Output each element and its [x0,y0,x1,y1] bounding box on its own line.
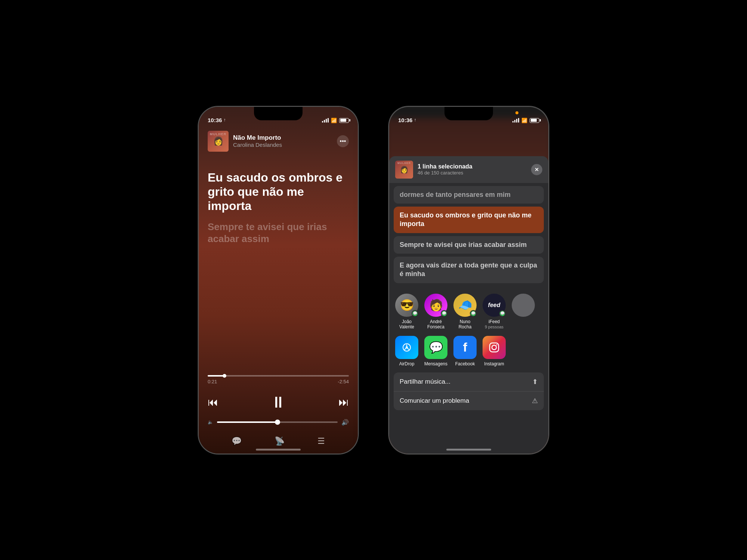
iphone-share-sheet: 10:36 ↑ 📶 MULHER 👩 [388,106,549,454]
action-report-problem[interactable]: Comunicar um problema ⚠ [394,392,544,410]
facebook-icon: f [453,336,477,359]
music-player-content: MULHER 👩 Não Me Importo Carolina Desland… [199,126,358,454]
progress-section: 0:21 -2:54 [208,375,349,384]
signal-bar-1 [322,121,323,123]
share-album-art: MULHER 👩 [395,161,413,179]
svg-point-3 [492,345,496,350]
lyric-text-next1: Sempre te avisei que irias acabar assim [400,241,527,248]
forward-button[interactable]: ⏭ [338,396,349,408]
signal-bars-2 [512,118,519,123]
share-chars-label: 46 de 150 caracteres [418,170,527,176]
progress-bar[interactable] [208,375,349,377]
lyric-active-text: Eu sacudo os ombros e grito que não me i… [208,170,349,213]
svg-point-1 [406,346,408,349]
status-bar-2: 10:36 ↑ 📶 [389,107,548,126]
contact-andre[interactable]: 🧑 💬 AndréFonseca [424,294,447,330]
share-close-button[interactable]: ✕ [531,164,542,175]
airdrop-icon [395,336,418,359]
pause-button[interactable]: ⏸ [270,393,286,411]
signal-bars-1 [322,118,329,123]
contact-joao[interactable]: 😎 💬 JoãoValente [395,294,418,330]
status-time-2: 10:36 ↑ [398,117,512,123]
battery-fill-2 [531,119,537,122]
contact-name-nuno: NunoRocha [459,319,472,330]
signal-bar-2-3 [516,119,517,123]
track-header: MULHER 👩 Não Me Importo Carolina Desland… [208,131,349,152]
contact-extra[interactable] [512,294,535,330]
progress-thumb [223,374,226,378]
lyric-item-active[interactable]: Eu sacudo os ombros e grito que não me i… [394,207,544,233]
airdrop-svg [401,341,413,353]
volume-bar[interactable] [217,421,338,423]
app-instagram[interactable]: Instagram [483,336,506,366]
share-sheet-content: MULHER 👩 1 linha selecionada 46 de 150 c… [389,126,548,454]
signal-bar-3 [326,119,327,123]
lyric-item-next2[interactable]: E agora vais dizer a toda gente que a cu… [394,257,544,283]
avatar-extra-img [512,294,535,317]
lyric-next-text: Sempre te avisei que irias acabar assim [208,221,349,245]
mensagens-icon: 💬 [424,336,447,359]
action-share-label: Partilhar música... [400,378,450,386]
lyrics-section: Eu sacudo os ombros e grito que não me i… [208,167,349,368]
airdrop-label: AirDrop [399,361,415,366]
contact-avatar-ifeed: feed 💬 [483,294,506,317]
home-indicator-1[interactable] [256,449,301,451]
progress-times: 0:21 -2:54 [208,379,349,384]
contact-ifeed[interactable]: feed 💬 iFeed9 pessoas [483,294,506,330]
bottom-toolbar: 💬 📡 ☰ [208,433,349,446]
action-share-music[interactable]: Partilhar música... ⬆ [394,372,544,392]
share-lyrics-list: dormes de tanto pensares em mim Eu sacud… [389,183,548,289]
volume-min-icon: 🔈 [208,420,213,425]
lyric-item-next1[interactable]: Sempre te avisei que irias acabar assim [394,236,544,254]
album-art-small: MULHER 👩 [208,131,229,152]
share-track-info: 1 linha selecionada 46 de 150 caracteres [418,163,527,176]
svg-point-4 [496,344,498,345]
time-current: 0:21 [208,379,217,384]
queue-button[interactable]: ☰ [317,436,325,446]
actions-section: Partilhar música... ⬆ Comunicar um probl… [394,372,544,410]
contact-badge-joao: 💬 [412,310,418,317]
status-time-1: 10:36 ↑ [208,117,322,123]
contact-nuno[interactable]: 🧢 💬 NunoRocha [453,294,477,330]
more-options-button[interactable]: ••• [337,135,349,147]
playback-controls: ⏮ ⏸ ⏭ [208,393,349,411]
svg-rect-2 [490,343,499,352]
track-title: Não Me Importo [233,134,332,142]
location-icon-1: ↑ [223,117,226,123]
status-icons-1: 📶 [322,118,349,123]
contact-avatar-nuno: 🧢 💬 [453,294,477,317]
time-display-1: 10:36 [208,117,222,123]
ifeed-sub: 9 pessoas [485,325,503,329]
contact-badge-andre: 💬 [441,310,447,317]
album-art-overlay: 👩 [208,131,229,152]
lyrics-toggle-button[interactable]: 💬 [232,436,242,446]
volume-fill [217,421,278,423]
lyric-text-prev: dormes de tanto pensares em mim [400,191,511,198]
track-artist: Carolina Deslandes [233,142,332,148]
instagram-svg [488,341,500,353]
airplay-button[interactable]: 📡 [275,436,285,446]
album-art-emoji: 👩 [213,136,223,146]
contacts-section: 😎 💬 JoãoValente 🧑 💬 AndréFonseca [389,289,548,333]
share-selected-label: 1 linha selecionada [418,163,527,170]
app-airdrop[interactable]: AirDrop [395,336,418,366]
action-row: Partilhar música... ⬆ Comunicar um probl… [394,372,544,410]
facebook-label: Facebook [455,361,475,366]
battery-icon-2 [530,118,539,123]
signal-bar-2 [324,120,325,123]
contact-badge-ifeed: 💬 [499,310,506,317]
home-indicator-2[interactable] [446,449,491,451]
lyric-text-active: Eu sacudo os ombros e grito que não me i… [400,211,531,228]
contacts-row: 😎 💬 JoãoValente 🧑 💬 AndréFonseca [395,294,542,330]
contact-avatar-extra [512,294,535,317]
contact-avatar-andre: 🧑 💬 [424,294,447,317]
battery-fill-1 [340,119,347,122]
battery-icon-1 [339,118,349,123]
apps-section: AirDrop 💬 Mensagens f Facebook [389,333,548,369]
lyric-item-prev[interactable]: dormes de tanto pensares em mim [394,186,544,204]
action-report-icon: ⚠ [532,397,538,405]
rewind-button[interactable]: ⏮ [208,396,218,408]
app-facebook[interactable]: f Facebook [453,336,477,366]
share-album-overlay: 👩 [395,161,413,179]
app-mensagens[interactable]: 💬 Mensagens [424,336,447,366]
